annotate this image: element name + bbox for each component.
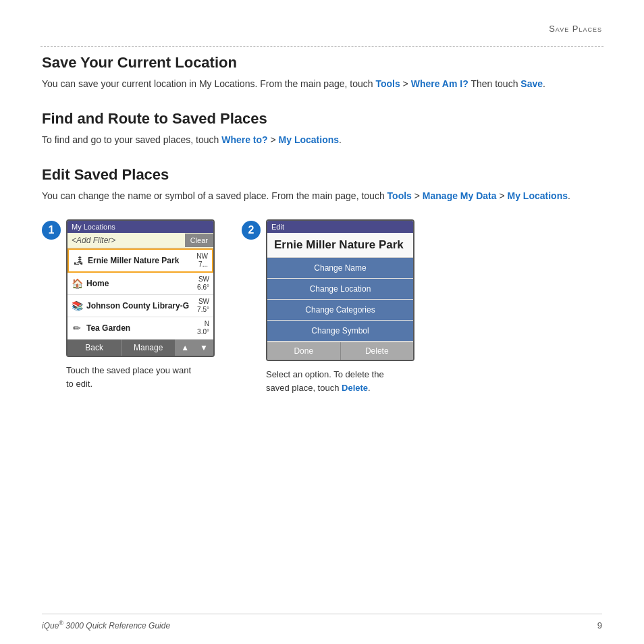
screen2-change-categories-btn[interactable]: Change Categories — [267, 300, 413, 321]
caption-1: Touch the saved place you want to edit. — [66, 364, 191, 390]
screen1-item-3[interactable]: 📚 Johnson County Library-G SW7.5° — [68, 295, 213, 317]
section1-period: . — [543, 78, 545, 89]
section1-body: You can save your current location in My… — [42, 77, 602, 91]
section2-body-prefix: To find and go to your saved places, tou… — [42, 134, 219, 145]
device-screen-1: My Locations <Add Filter> Clear 🏞 Ernie … — [66, 219, 215, 357]
manage-my-data-link[interactable]: Manage My Data — [423, 190, 497, 201]
screen2-footer: Done Delete — [267, 342, 413, 360]
section1-body-prefix: You can save your current location in My… — [42, 78, 373, 89]
my-locations-link-3[interactable]: My Locations — [508, 190, 568, 201]
footer-guide-name: iQue® 3000 Quick Reference Guide — [42, 620, 170, 630]
footer-page-number: 9 — [597, 620, 602, 630]
section1-then: Then touch — [471, 78, 518, 89]
footer-ique: iQue® 3000 Quick Reference Guide — [42, 621, 170, 630]
section3-body-prefix: You can change the name or symbol of a s… — [42, 190, 385, 201]
circle-num-1: 1 — [42, 221, 61, 240]
screen2-done-btn[interactable]: Done — [267, 342, 341, 360]
device-screen-2: Edit Ernie Miller Nature Park Change Nam… — [266, 219, 414, 361]
section3-heading: Edit Saved Places — [42, 166, 602, 184]
screen1-icon-1: 🏞 — [73, 255, 84, 266]
where-to-link[interactable]: Where to? — [221, 134, 267, 145]
screen1-icon-4: ✏ — [72, 323, 82, 333]
screen1-dist-2: SW6.6° — [197, 275, 209, 292]
circle-num-2: 2 — [242, 221, 261, 240]
screen2-change-name-btn[interactable]: Change Name — [267, 258, 413, 279]
screen1-icon-3: 📚 — [72, 300, 82, 311]
screenshot-wrapper-2: 2 Edit Ernie Miller Nature Park Change N… — [242, 219, 414, 361]
screen1-icon-2: 🏠 — [72, 278, 82, 289]
screen1-item-2[interactable]: 🏠 Home SW6.6° — [68, 273, 213, 295]
screenshot-block-2: 2 Edit Ernie Miller Nature Park Change N… — [242, 219, 414, 394]
screen2-change-location-btn[interactable]: Change Location — [267, 279, 413, 300]
screen1-manage-btn[interactable]: Manage — [122, 340, 176, 356]
section2-heading: Find and Route to Saved Places — [42, 110, 602, 128]
where-am-i-link[interactable]: Where Am I? — [411, 78, 468, 89]
screen1-filter-row: <Add Filter> Clear — [68, 233, 213, 248]
top-rule — [41, 46, 603, 47]
screen1-up-arrow[interactable]: ▲ — [176, 340, 194, 356]
page-footer: iQue® 3000 Quick Reference Guide 9 — [42, 614, 602, 630]
tools-link-1[interactable]: Tools — [375, 78, 400, 89]
screen2-change-symbol-btn[interactable]: Change Symbol — [267, 321, 413, 342]
screen1-down-arrow[interactable]: ▼ — [194, 340, 213, 356]
screen2-delete-btn[interactable]: Delete — [341, 342, 414, 360]
screen1-item-4[interactable]: ✏ Tea Garden N3.0° — [68, 317, 213, 340]
screenshot-wrapper-1: 1 My Locations <Add Filter> Clear 🏞 Erni… — [42, 219, 215, 357]
screenshots-area: 1 My Locations <Add Filter> Clear 🏞 Erni… — [42, 219, 602, 394]
screen1-clear-btn[interactable]: Clear — [185, 234, 213, 247]
save-link[interactable]: Save — [520, 78, 543, 89]
screenshot-block-1: 1 My Locations <Add Filter> Clear 🏞 Erni… — [42, 219, 215, 390]
screen1-name-3: Johnson County Library-G — [86, 301, 197, 311]
section1-heading: Save Your Current Location — [42, 54, 602, 72]
save-places-header: Save Places — [549, 24, 602, 34]
section3-body: You can change the name or symbol of a s… — [42, 189, 602, 203]
section-edit-saved: Edit Saved Places You can change the nam… — [42, 166, 602, 203]
main-content: Save Your Current Location You can save … — [42, 54, 602, 603]
screen1-name-4: Tea Garden — [86, 323, 197, 333]
my-locations-link-2[interactable]: My Locations — [279, 134, 339, 145]
header-title: Save Places — [549, 24, 602, 34]
screen1-title-bar: My Locations — [68, 221, 213, 233]
section-find-route: Find and Route to Saved Places To find a… — [42, 110, 602, 147]
screen2-location-title: Ernie Miller Nature Park — [267, 233, 413, 258]
tools-link-3[interactable]: Tools — [387, 190, 412, 201]
screen1-filter-text[interactable]: <Add Filter> — [68, 233, 185, 248]
screen1-dist-4: N3.0° — [197, 320, 209, 336]
screen1-back-btn[interactable]: Back — [68, 340, 122, 356]
section-save-location: Save Your Current Location You can save … — [42, 54, 602, 91]
section2-body: To find and go to your saved places, tou… — [42, 133, 602, 147]
caption-2: Select an option. To delete the saved pl… — [266, 368, 391, 394]
screen1-footer: Back Manage ▲ ▼ — [68, 340, 213, 356]
caption2-suffix: . — [368, 383, 371, 393]
caption2-delete-link[interactable]: Delete — [342, 383, 368, 393]
screen1-name-2: Home — [86, 279, 197, 288]
screen1-name-1: Ernie Miller Nature Park — [88, 256, 196, 265]
screen1-item-1[interactable]: 🏞 Ernie Miller Nature Park NW7... — [68, 248, 213, 273]
screen1-dist-1: NW7... — [196, 252, 208, 269]
screen2-title-bar: Edit — [267, 221, 413, 233]
screen1-dist-3: SW7.5° — [197, 298, 209, 314]
